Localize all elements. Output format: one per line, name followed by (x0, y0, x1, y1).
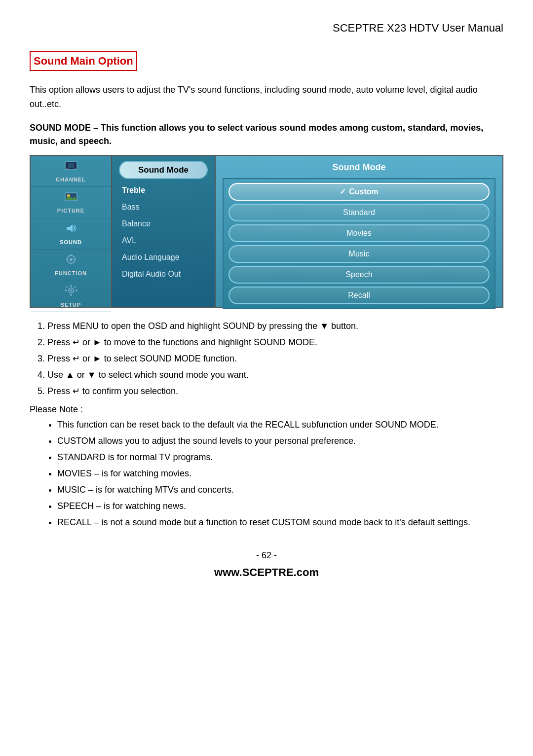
page-header: SCEPTRE X23 HDTV User Manual (30, 20, 503, 36)
svg-point-21 (70, 289, 72, 291)
setup-icon (65, 284, 77, 300)
website: www.SCEPTRE.com (30, 564, 503, 580)
menu-item-bass[interactable]: Bass (112, 199, 215, 216)
nav-item-setup[interactable]: SETUP (31, 281, 111, 313)
step-1: Press MENU to open the OSD and highlight… (47, 320, 503, 333)
note-2: CUSTOM allows you to adjust the sound le… (57, 434, 503, 448)
steps-list: Press MENU to open the OSD and highlight… (47, 320, 503, 398)
setup-label: SETUP (61, 301, 81, 309)
nav-item-sound[interactable]: SOUND (31, 218, 111, 250)
option-recall[interactable]: Recall (228, 287, 490, 304)
nav-panel: CHANNEL PICTURE SOUND (31, 156, 112, 307)
header-title: SCEPTRE X23 HDTV User Manual (333, 22, 503, 34)
menu-item-digital-audio-out[interactable]: Digital Audio Out (112, 266, 215, 283)
function-icon (65, 252, 77, 269)
menu-header: Sound Mode (119, 161, 208, 180)
menu-item-avl[interactable]: AVL (112, 232, 215, 249)
svg-rect-24 (65, 289, 67, 291)
svg-marker-13 (67, 224, 73, 232)
note-1: This function can be reset back to the d… (57, 418, 503, 432)
option-speech[interactable]: Speech (228, 266, 490, 284)
intro-text: This option allows users to adjust the T… (30, 83, 503, 111)
sound-mode-description: SOUND MODE – This function allows you to… (30, 121, 503, 148)
menu-item-balance[interactable]: Balance (112, 216, 215, 232)
note-5: MUSIC – is for watching MTVs and concert… (57, 483, 503, 497)
notes-list: This function can be reset back to the d… (57, 418, 503, 529)
picture-icon (65, 190, 77, 206)
svg-rect-7 (68, 163, 74, 168)
option-movies[interactable]: Movies (228, 224, 490, 242)
picture-label: PICTURE (57, 207, 84, 215)
section-title: Sound Main Option (30, 51, 137, 71)
instructions: Press MENU to open the OSD and highlight… (30, 320, 503, 529)
step-4: Use ▲ or ▼ to select which sound mode yo… (47, 368, 503, 382)
channel-icon (64, 159, 78, 175)
note-4: MOVIES – is for watching movies. (57, 467, 503, 480)
step-3: Press ↵ or ► to select SOUND MODE functi… (47, 352, 503, 365)
page-number: - 62 - (30, 549, 503, 562)
option-music[interactable]: Music (228, 245, 490, 263)
menu-item-treble[interactable]: Treble (112, 182, 215, 199)
nav-item-picture[interactable]: PICTURE (31, 187, 111, 218)
menu-item-audio-language[interactable]: Audio Language (112, 249, 215, 266)
note-3: STANDARD is for normal TV programs. (57, 451, 503, 464)
sound-icon (65, 221, 77, 238)
svg-point-15 (70, 258, 73, 261)
step-2: Press ↵ or ► to move to the functions an… (47, 336, 503, 349)
nav-item-channel[interactable]: CHANNEL (31, 156, 111, 187)
please-note: Please Note : (30, 403, 503, 416)
sound-label: SOUND (60, 238, 82, 247)
svg-rect-22 (70, 285, 72, 287)
menu-panel: Sound Mode Treble Bass Balance AVL Audio… (112, 156, 216, 307)
channel-label: CHANNEL (56, 176, 86, 184)
options-title: Sound Mode (223, 161, 495, 174)
checkmark-icon: ✓ (340, 186, 346, 198)
options-inner: ✓ Custom Standard Movies Music Speech Re… (223, 178, 495, 309)
options-panel: Sound Mode ✓ Custom Standard Movies Musi… (216, 156, 502, 307)
function-label: FUNCTION (55, 269, 87, 278)
page-footer: - 62 - www.SCEPTRE.com (30, 549, 503, 580)
svg-rect-25 (76, 289, 77, 291)
step-5: Press ↵ to confirm you selection. (47, 385, 503, 398)
osd-diagram: CHANNEL PICTURE SOUND (30, 155, 503, 308)
option-standard[interactable]: Standard (228, 204, 490, 221)
option-custom[interactable]: ✓ Custom (228, 183, 490, 201)
svg-rect-23 (70, 294, 72, 296)
note-7: RECALL – is not a sound mode but a funct… (57, 516, 503, 529)
nav-item-function[interactable]: FUNCTION (31, 250, 111, 281)
svg-rect-27 (74, 286, 76, 288)
svg-rect-26 (65, 286, 67, 288)
note-6: SPEECH – is for watching news. (57, 500, 503, 513)
